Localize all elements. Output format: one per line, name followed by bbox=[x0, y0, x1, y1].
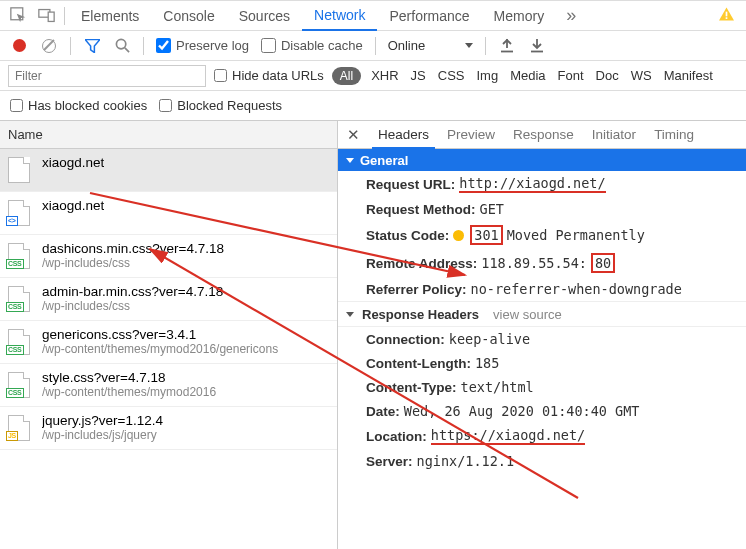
request-rows: xiaogd.net<>xiaogd.netCSSdashicons.min.c… bbox=[0, 149, 337, 549]
request-row[interactable]: CSSstyle.css?ver=4.7.18/wp-content/theme… bbox=[0, 364, 337, 407]
request-row[interactable]: <>xiaogd.net bbox=[0, 192, 337, 235]
request-path: /wp-content/themes/mymod2016 bbox=[42, 385, 216, 399]
type-manifest[interactable]: Manifest bbox=[662, 68, 715, 83]
kv-request-url: Request URL: http://xiaogd.net/ bbox=[338, 171, 746, 197]
status-code-text: Moved Permanently bbox=[507, 227, 645, 243]
svg-rect-3 bbox=[726, 11, 728, 16]
file-css-icon: CSS bbox=[8, 372, 32, 400]
type-css[interactable]: CSS bbox=[436, 68, 467, 83]
kv-content-length: Content-Length: 185 bbox=[338, 351, 746, 375]
tab-sources[interactable]: Sources bbox=[227, 1, 302, 31]
kv-server: Server: nginx/1.12.1 bbox=[338, 449, 746, 473]
kv-remote-address: Remote Address: 118.89.55.54:80 bbox=[338, 249, 746, 277]
has-blocked-cookies-checkbox[interactable]: Has blocked cookies bbox=[10, 98, 147, 113]
kv-date: Date: Wed, 26 Aug 2020 01:40:40 GMT bbox=[338, 399, 746, 423]
svg-rect-2 bbox=[48, 12, 54, 21]
file-css-icon: CSS bbox=[8, 243, 32, 271]
request-name: genericons.css?ver=3.4.1 bbox=[42, 327, 278, 342]
file-css-icon: CSS bbox=[8, 286, 32, 314]
hide-data-urls-input[interactable] bbox=[214, 69, 227, 82]
blocked-requests-checkbox[interactable]: Blocked Requests bbox=[159, 98, 282, 113]
request-name: xiaogd.net bbox=[42, 198, 104, 213]
preserve-log-label: Preserve log bbox=[176, 38, 249, 53]
referrer-policy-key: Referrer Policy: bbox=[366, 282, 467, 297]
type-media[interactable]: Media bbox=[508, 68, 547, 83]
request-row[interactable]: CSSgenericons.css?ver=3.4.1/wp-content/t… bbox=[0, 321, 337, 364]
referrer-policy-value: no-referrer-when-downgrade bbox=[471, 281, 682, 297]
type-doc[interactable]: Doc bbox=[594, 68, 621, 83]
tab-network[interactable]: Network bbox=[302, 1, 377, 31]
blocked-requests-input[interactable] bbox=[159, 99, 172, 112]
request-row[interactable]: xiaogd.net bbox=[0, 149, 337, 192]
request-row[interactable]: CSSdashicons.min.css?ver=4.7.18/wp-inclu… bbox=[0, 235, 337, 278]
request-name: xiaogd.net bbox=[42, 155, 104, 170]
clear-button[interactable] bbox=[36, 33, 62, 59]
tab-elements[interactable]: Elements bbox=[69, 1, 151, 31]
devtools-tabbar: ElementsConsoleSourcesNetworkPerformance… bbox=[0, 1, 746, 31]
network-toolbar: Preserve log Disable cache Online bbox=[0, 31, 746, 61]
hide-data-urls-label: Hide data URLs bbox=[232, 68, 324, 83]
type-img[interactable]: Img bbox=[474, 68, 500, 83]
detail-tab-response[interactable]: Response bbox=[507, 121, 580, 149]
type-all[interactable]: All bbox=[332, 67, 361, 85]
export-har-icon[interactable] bbox=[524, 33, 550, 59]
file-js-icon: JS bbox=[8, 415, 32, 443]
record-button[interactable] bbox=[6, 33, 32, 59]
section-response-headers[interactable]: Response Headers view source bbox=[338, 301, 746, 327]
disable-cache-checkbox[interactable]: Disable cache bbox=[257, 38, 367, 53]
inspect-icon[interactable] bbox=[4, 1, 32, 31]
import-har-icon[interactable] bbox=[494, 33, 520, 59]
request-name: style.css?ver=4.7.18 bbox=[42, 370, 216, 385]
request-name: admin-bar.min.css?ver=4.7.18 bbox=[42, 284, 223, 299]
tabs-overflow[interactable]: » bbox=[556, 5, 586, 26]
hide-data-urls-checkbox[interactable]: Hide data URLs bbox=[214, 68, 324, 83]
filter-input[interactable] bbox=[8, 65, 206, 87]
device-toggle-icon[interactable] bbox=[32, 1, 60, 31]
type-xhr[interactable]: XHR bbox=[369, 68, 400, 83]
type-font[interactable]: Font bbox=[556, 68, 586, 83]
type-js[interactable]: JS bbox=[409, 68, 428, 83]
filter-bar-2: Has blocked cookies Blocked Requests bbox=[0, 91, 746, 121]
throttling-select[interactable]: Online bbox=[384, 38, 478, 53]
remote-address-key: Remote Address: bbox=[366, 256, 477, 271]
detail-tab-preview[interactable]: Preview bbox=[441, 121, 501, 149]
kv-connection: Connection: keep-alive bbox=[338, 327, 746, 351]
file-html-icon: <> bbox=[8, 200, 32, 228]
has-blocked-cookies-input[interactable] bbox=[10, 99, 23, 112]
tab-performance[interactable]: Performance bbox=[377, 1, 481, 31]
request-path: /wp-includes/css bbox=[42, 299, 223, 313]
blocked-requests-label: Blocked Requests bbox=[177, 98, 282, 113]
detail-tab-initiator[interactable]: Initiator bbox=[586, 121, 642, 149]
section-general[interactable]: General bbox=[338, 149, 746, 171]
request-row[interactable]: JSjquery.js?ver=1.12.4/wp-includes/js/jq… bbox=[0, 407, 337, 450]
svg-line-6 bbox=[124, 48, 128, 52]
file-doc-icon bbox=[8, 157, 32, 185]
preserve-log-input[interactable] bbox=[156, 38, 171, 53]
preserve-log-checkbox[interactable]: Preserve log bbox=[152, 38, 253, 53]
view-source-link[interactable]: view source bbox=[493, 307, 562, 322]
request-row[interactable]: CSSadmin-bar.min.css?ver=4.7.18/wp-inclu… bbox=[0, 278, 337, 321]
request-name: dashicons.min.css?ver=4.7.18 bbox=[42, 241, 224, 256]
throttling-value: Online bbox=[388, 38, 426, 53]
disable-cache-input[interactable] bbox=[261, 38, 276, 53]
triangle-down-icon bbox=[346, 158, 354, 163]
status-code-num: 301 bbox=[470, 225, 502, 245]
request-method-value: GET bbox=[480, 201, 504, 217]
has-blocked-cookies-label: Has blocked cookies bbox=[28, 98, 147, 113]
request-path: /wp-content/themes/mymod2016/genericons bbox=[42, 342, 278, 356]
warning-icon[interactable] bbox=[719, 7, 742, 25]
kv-content-type: Content-Type: text/html bbox=[338, 375, 746, 399]
type-ws[interactable]: WS bbox=[629, 68, 654, 83]
detail-tab-timing[interactable]: Timing bbox=[648, 121, 700, 149]
detail-tab-headers[interactable]: Headers bbox=[372, 121, 435, 149]
tab-console[interactable]: Console bbox=[151, 1, 226, 31]
svg-rect-4 bbox=[726, 17, 728, 19]
detail-tabs: ✕ HeadersPreviewResponseInitiatorTiming bbox=[338, 121, 746, 149]
disable-cache-label: Disable cache bbox=[281, 38, 363, 53]
close-detail-icon[interactable]: ✕ bbox=[344, 126, 362, 144]
filter-toggle-icon[interactable] bbox=[79, 33, 105, 59]
search-icon[interactable] bbox=[109, 33, 135, 59]
kv-request-method: Request Method: GET bbox=[338, 197, 746, 221]
tab-memory[interactable]: Memory bbox=[482, 1, 557, 31]
column-header-name[interactable]: Name bbox=[0, 121, 337, 149]
